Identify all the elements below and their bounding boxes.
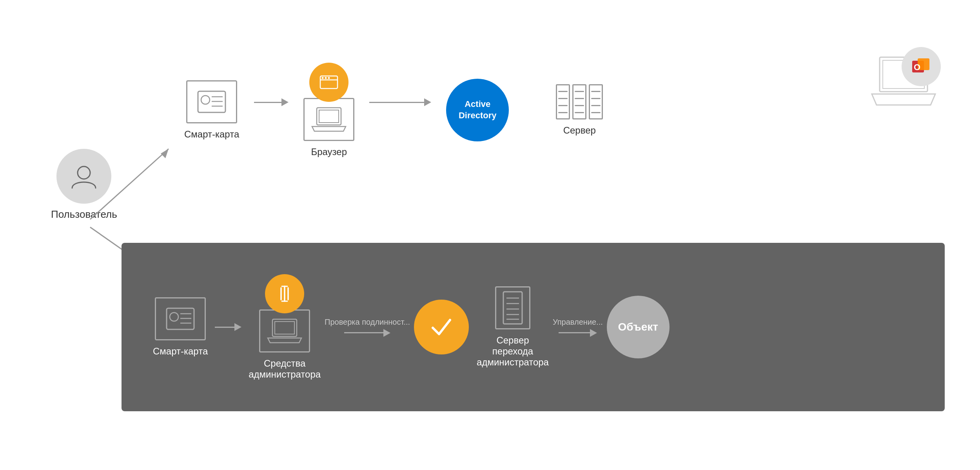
- browser-badge: [309, 63, 348, 102]
- smartcard-top-icon: [186, 80, 237, 123]
- svg-rect-16: [319, 110, 339, 123]
- mgmt-arrow-label: Управление...: [553, 318, 603, 327]
- diagram-wrapper: Пользователь Смарт-карта: [0, 0, 980, 470]
- svg-point-12: [322, 77, 324, 79]
- svg-point-6: [201, 96, 210, 104]
- object-node: Объект: [607, 296, 670, 358]
- svg-point-23: [170, 313, 178, 321]
- smartcard-top-label: Смарт-карта: [184, 129, 239, 140]
- ms365-node: O: [870, 47, 941, 110]
- active-directory-label: ActiveDirectory: [459, 99, 497, 121]
- smartcard-top-node: Смарт-карта: [184, 80, 239, 140]
- bottom-panel: Смарт-карта: [122, 243, 945, 411]
- smartcard-bot-icon: [155, 297, 206, 340]
- svg-marker-2: [161, 149, 169, 158]
- smartcard-bot-label: Смарт-карта: [153, 346, 208, 357]
- arrow3-bot-with-label: Управление...: [553, 318, 603, 337]
- object-circle: Объект: [607, 296, 670, 358]
- arrow1-top: [254, 98, 289, 106]
- arrow2-bot-with-label: Проверка подлинност...: [325, 318, 410, 337]
- auth-arrow-label: Проверка подлинност...: [325, 318, 410, 327]
- top-row: Смарт-карта: [176, 63, 611, 157]
- jump-server-label: Серверпереходаадминистратора: [477, 335, 549, 368]
- server-top-label: Сервер: [563, 125, 596, 136]
- jump-server-icon: [495, 286, 530, 329]
- svg-rect-33: [275, 322, 294, 334]
- arrow1-bot: [215, 323, 241, 331]
- jump-server-node: Серверпереходаадминистратора: [477, 286, 549, 368]
- svg-line-1: [90, 149, 169, 219]
- server-top-icon: [556, 84, 603, 119]
- active-directory-circle: ActiveDirectory: [446, 79, 509, 141]
- tools-badge: [265, 274, 304, 313]
- admin-tools-icon: [259, 309, 310, 352]
- arrow2-top: [369, 98, 431, 106]
- admin-tools-node: Средстваадминистратора: [249, 274, 321, 380]
- svg-point-14: [328, 77, 330, 79]
- check-circle: [414, 300, 469, 354]
- active-directory-node: ActiveDirectory: [446, 79, 509, 141]
- server-top-node: Сервер: [556, 84, 603, 136]
- object-label: Объект: [618, 321, 658, 333]
- browser-top-node: Браузер: [303, 63, 354, 157]
- auth-check-node: [414, 300, 469, 354]
- svg-point-13: [325, 77, 327, 79]
- browser-top-label: Браузер: [311, 146, 347, 157]
- admin-tools-label: Средстваадминистратора: [249, 358, 321, 380]
- smartcard-bot-node: Смарт-карта: [153, 297, 208, 357]
- browser-icon: [303, 98, 354, 141]
- svg-text:O: O: [914, 62, 920, 72]
